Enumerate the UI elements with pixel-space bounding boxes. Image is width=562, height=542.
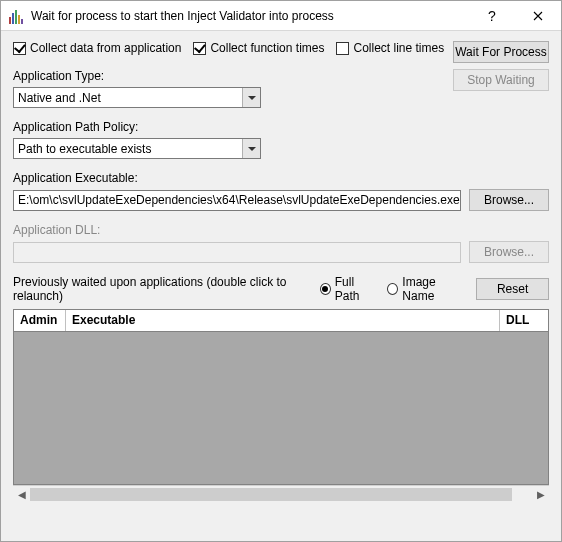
path-policy-combo[interactable]: Path to executable exists [13,138,261,159]
image-name-radio[interactable]: Image Name [387,275,464,303]
titlebar: Wait for process to start then Inject Va… [1,1,561,31]
executable-row: E:\om\c\svlUpdateExeDependencies\x64\Rel… [13,189,549,211]
horizontal-scrollbar[interactable]: ◀ ▶ [13,485,549,502]
radio-icon [320,283,331,295]
collect-function-times-checkbox[interactable]: Collect function times [193,41,324,55]
scroll-left-icon[interactable]: ◀ [13,486,30,503]
collect-data-checkbox[interactable]: Collect data from application [13,41,181,55]
browse-executable-button[interactable]: Browse... [469,189,549,211]
combo-value: Path to executable exists [18,142,151,156]
applications-table: Admin Executable DLL [13,309,549,485]
checkbox-label: Collect function times [210,41,324,55]
application-dll-label: Application DLL: [13,223,549,237]
column-executable[interactable]: Executable [66,310,500,331]
checkbox-icon [336,42,349,55]
scrollbar-thumb[interactable] [30,488,512,501]
checkbox-icon [193,42,206,55]
wait-for-process-button[interactable]: Wait For Process [453,41,549,63]
scroll-right-icon[interactable]: ▶ [532,486,549,503]
checkbox-icon [13,42,26,55]
window-title: Wait for process to start then Inject Va… [31,9,469,23]
radio-label: Image Name [402,275,464,303]
right-button-stack: Wait For Process Stop Waiting [453,41,549,91]
stop-waiting-button[interactable]: Stop Waiting [453,69,549,91]
input-value: E:\om\c\svlUpdateExeDependencies\x64\Rel… [18,193,460,207]
column-admin[interactable]: Admin [14,310,66,331]
executable-input[interactable]: E:\om\c\svlUpdateExeDependencies\x64\Rel… [13,190,461,211]
radio-icon [387,283,398,295]
chevron-down-icon [242,88,260,107]
client-area: Wait For Process Stop Waiting Collect da… [1,31,561,541]
dialog-window: Wait for process to start then Inject Va… [0,0,562,542]
checkbox-label: Collect line times [353,41,444,55]
radio-label: Full Path [335,275,378,303]
reset-button[interactable]: Reset [476,278,549,300]
previously-waited-label: Previously waited upon applications (dou… [13,275,310,303]
chevron-down-icon [242,139,260,158]
table-body[interactable] [14,332,548,484]
application-executable-label: Application Executable: [13,171,549,185]
window-buttons: ? [469,1,561,30]
previously-waited-row: Previously waited upon applications (dou… [13,275,549,303]
table-header: Admin Executable DLL [14,310,548,332]
combo-value: Native and .Net [18,91,101,105]
scrollbar-track[interactable] [30,486,532,502]
dll-row: Browse... [13,241,549,263]
full-path-radio[interactable]: Full Path [320,275,378,303]
checkbox-label: Collect data from application [30,41,181,55]
app-icon [9,8,25,24]
dll-input [13,242,461,263]
column-dll[interactable]: DLL [500,310,548,331]
close-button[interactable] [515,1,561,30]
browse-dll-button: Browse... [469,241,549,263]
path-policy-label: Application Path Policy: [13,120,549,134]
application-type-combo[interactable]: Native and .Net [13,87,261,108]
collect-line-times-checkbox[interactable]: Collect line times [336,41,444,55]
help-button[interactable]: ? [469,1,515,30]
